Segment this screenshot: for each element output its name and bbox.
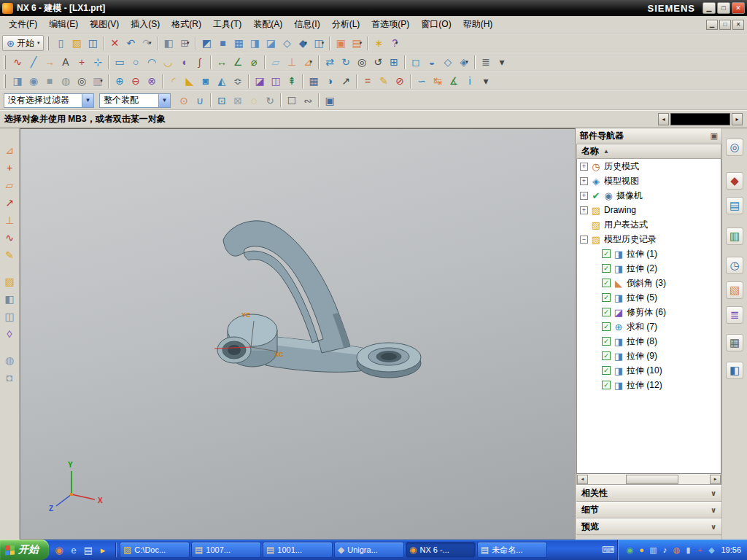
menu-item[interactable]: 格式(R) [166,16,207,33]
arc-icon[interactable]: ◠ [144,54,160,70]
information-icon[interactable]: i [462,73,478,89]
tree-row[interactable]: ▨用户表达式 [577,217,721,232]
circle-icon[interactable]: ○ [128,54,144,70]
measure-angle-icon[interactable]: ∠ [230,54,246,70]
point-set-icon[interactable]: ⊹ [90,54,106,70]
dropdown-arrow-icon[interactable]: ▾ [187,40,190,46]
ime-keyboard-icon[interactable]: ⌨ [600,542,616,558]
measure-distance-icon[interactable]: ↔ [214,54,230,70]
task-doc-1007[interactable]: ▤1007... [191,542,261,558]
analysis-icon[interactable]: ∡ [446,73,462,89]
menu-item[interactable]: 首选项(P) [365,16,415,33]
combo-arrow-icon[interactable]: ▼ [158,94,170,107]
cut-icon[interactable]: ✕ [107,35,123,51]
point-icon[interactable]: + [74,54,90,70]
menu-item[interactable]: 工具(T) [207,16,247,33]
edit-feature-icon[interactable]: ✎ [376,73,392,89]
shaded-edges-view-icon[interactable]: ◩ [198,35,214,51]
tree-row[interactable]: +◷历史模式 [577,159,721,174]
move-object-icon[interactable]: ↗ [338,73,354,89]
safety-icon[interactable]: + [694,544,705,556]
trim-body-icon[interactable]: ◪ [252,73,268,89]
zoom-icon[interactable]: ◎ [354,54,370,70]
menu-item[interactable]: 信息(I) [288,16,325,33]
deselect-all-icon[interactable]: ⊠ [230,93,246,109]
feature-checkbox[interactable]: ✓ [602,337,611,346]
front-view-icon[interactable]: ◻ [408,54,424,70]
media-player-icon[interactable]: ▸ [96,542,110,557]
selection-scope-combo[interactable]: 整个装配 ▼ [99,93,171,108]
csys-tool-icon[interactable]: ⊥ [1,211,18,229]
menu-item[interactable]: 窗口(O) [415,16,457,33]
task-explorer[interactable]: ▨C:\Doc... [120,542,190,558]
task-doc-1001[interactable]: ▤1001... [263,542,333,558]
true-shading-icon[interactable]: ▣ [333,35,349,51]
selection-filter-combo[interactable]: 没有选择过滤器 ▼ [4,93,94,108]
offset-face-icon[interactable]: ⇞ [284,73,300,89]
wave-link-icon[interactable]: ∽ [414,73,430,89]
spectrum-icon[interactable]: ▤ [726,197,743,214]
cylinder-icon[interactable]: ◍ [58,73,74,89]
dropdown-arrow-icon[interactable]: ▾ [100,78,103,84]
magnifier-icon[interactable]: ◎ [726,139,743,156]
messenger-icon[interactable]: ◆ [705,544,717,556]
navigator-column-header[interactable]: 名称 ▲ [576,144,721,159]
lasso-select-icon[interactable]: ∾ [300,93,316,109]
split-body-icon[interactable]: ◫ [268,73,284,89]
minimize-button[interactable]: ▁ [703,2,716,14]
profile-curve-icon[interactable]: ∿ [9,54,26,70]
orient-view-icon[interactable]: ◆▾ [295,35,311,51]
volume-icon[interactable]: ♪ [659,544,670,556]
firefox-icon[interactable]: ◉ [52,542,66,557]
block-icon[interactable]: ■ [42,73,58,89]
im-icon[interactable]: ● [635,544,647,556]
section-preview[interactable]: 预览 ∨ [576,518,721,535]
menu-item[interactable]: 编辑(E) [43,16,84,33]
maximize-button[interactable]: □ [717,2,730,14]
face-analysis-icon[interactable]: ◪ [263,35,279,51]
ie-icon[interactable]: e [66,542,81,557]
save-icon[interactable]: ◫ [85,35,101,51]
folder-tool-icon[interactable]: ▨ [1,273,18,290]
dropdown-arrow-icon[interactable]: ▾ [465,59,468,65]
open-icon[interactable]: ▨ [69,35,85,51]
toolbar-grip[interactable] [47,36,49,50]
tree-row[interactable]: +✔◉摄像机 [577,188,721,203]
shaded-select-icon[interactable]: ▣ [322,93,338,109]
dropdown-arrow-icon[interactable]: ▾ [149,40,152,46]
feature-checkbox[interactable]: ✓ [602,249,611,258]
menu-item[interactable]: 视图(V) [84,16,125,33]
fit-view-icon[interactable]: ⊞ [386,54,402,70]
tree-row[interactable]: ✓◣倒斜角 (3) [577,276,721,290]
component-tool-icon[interactable]: ◫ [1,308,18,325]
refresh-icon[interactable]: ↻ [338,54,354,70]
draft-icon[interactable]: ◭ [214,73,230,89]
isometric-view-icon[interactable]: ◇ [440,54,456,70]
static-wireframe-icon[interactable]: ◇ [279,35,295,51]
datum-plane-icon[interactable]: ▱ [268,54,284,70]
edge-blend-icon[interactable]: ◜ [166,73,182,89]
tree-row[interactable]: ✓◨拉伸 (12) [577,378,721,392]
menu-item[interactable]: 文件(F) [3,16,43,33]
menu-item[interactable]: 分析(L) [326,16,366,33]
curve-tool-icon[interactable]: ∿ [1,229,18,246]
section-dependencies[interactable]: 相关性 ∨ [576,485,721,502]
window-new-icon[interactable]: ⊞▾ [177,35,193,51]
revolve-icon[interactable]: ◉ [26,73,42,89]
dropdown-arrow-icon[interactable]: ▾ [305,40,308,46]
tree-row[interactable]: ✓◨拉伸 (9) [577,349,721,363]
mdi-restore-button[interactable]: □ [719,20,731,30]
tree-expander[interactable]: + [580,177,588,185]
sketch-tool-icon[interactable]: ✎ [1,246,18,264]
tree-expander[interactable]: − [580,236,588,244]
more-feature-tools-icon[interactable]: ▾ [478,73,494,89]
tree-expander[interactable]: + [580,163,588,171]
point-tool-icon[interactable]: + [1,159,18,176]
suppress-feature-icon[interactable]: ⊘ [392,73,408,89]
start-application-button[interactable]: ⊛ 开始 ▾ [2,35,44,51]
rib-icon[interactable]: ▥▾ [90,73,106,89]
feature-checkbox[interactable]: ✓ [602,293,611,302]
tree-row[interactable]: ✓◨拉伸 (2) [577,261,721,276]
toolbar-grip[interactable] [4,74,6,88]
help-icon[interactable]: ?▾ [387,35,403,51]
